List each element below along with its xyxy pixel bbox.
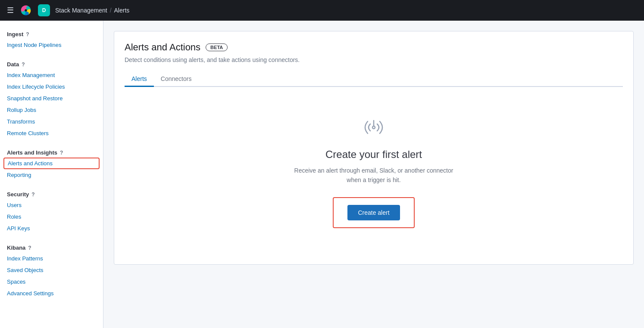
sidebar-item-alerts-and-actions[interactable]: Alerts and Actions [3, 158, 100, 169]
sidebar-section-label-data: Data [7, 61, 19, 68]
hamburger-menu-icon[interactable]: ☰ [7, 6, 14, 15]
elastic-logo [19, 3, 33, 17]
tab-alerts[interactable]: Alerts [125, 72, 154, 87]
sidebar-item-rollup-jobs[interactable]: Rollup Jobs [0, 104, 103, 116]
sidebar-section-alerts-insights: Alerts and Insights ? Alerts and Actions… [0, 146, 103, 181]
sidebar-item-index-lifecycle-policies[interactable]: Index Lifecycle Policies [0, 81, 103, 93]
help-icon-alerts-insights[interactable]: ? [60, 150, 63, 156]
help-icon-security[interactable]: ? [31, 192, 34, 198]
sidebar-section-header-security: Security ? [0, 188, 103, 199]
sidebar-item-transforms[interactable]: Transforms [0, 116, 103, 127]
breadcrumb: Stack Management / Alerts [55, 7, 129, 14]
sidebar-section-label-security: Security [7, 191, 29, 198]
sidebar-section-header-kibana: Kibana ? [0, 241, 103, 253]
sidebar-section-ingest: Ingest ? Ingest Node Pipelines [0, 28, 103, 51]
sidebar-item-index-patterns[interactable]: Index Patterns [0, 253, 103, 264]
breadcrumb-parent[interactable]: Stack Management [55, 7, 107, 14]
sidebar-item-snapshot-and-restore[interactable]: Snapshot and Restore [0, 93, 103, 104]
sidebar-item-reporting[interactable]: Reporting [0, 169, 103, 181]
tab-connectors[interactable]: Connectors [154, 72, 199, 87]
sidebar-section-kibana: Kibana ? Index Patterns Saved Objects Sp… [0, 241, 103, 299]
breadcrumb-separator: / [110, 7, 112, 14]
panel-subtitle: Detect conditions using alerts, and take… [125, 56, 623, 63]
help-icon-data[interactable]: ? [22, 62, 25, 68]
breadcrumb-current: Alerts [114, 7, 130, 14]
help-icon-ingest[interactable]: ? [26, 31, 29, 37]
page-layout: Ingest ? Ingest Node Pipelines Data ? In… [0, 21, 644, 328]
sidebar-item-remote-clusters[interactable]: Remote Clusters [0, 127, 103, 139]
sidebar-item-api-keys[interactable]: API Keys [0, 223, 103, 234]
sidebar-section-security: Security ? Users Roles API Keys [0, 188, 103, 234]
avatar[interactable]: D [38, 4, 50, 16]
create-alert-button[interactable]: Create alert [347, 205, 400, 220]
main-content: Alerts and Actions BETA Detect condition… [103, 21, 644, 328]
sidebar: Ingest ? Ingest Node Pipelines Data ? In… [0, 21, 103, 328]
content-panel: Alerts and Actions BETA Detect condition… [114, 31, 634, 265]
sidebar-item-roles[interactable]: Roles [0, 211, 103, 223]
sidebar-section-data: Data ? Index Management Index Lifecycle … [0, 58, 103, 139]
sidebar-section-label-alerts-insights: Alerts and Insights [7, 149, 57, 156]
help-icon-kibana[interactable]: ? [28, 245, 31, 251]
sidebar-section-header-alerts-insights: Alerts and Insights ? [0, 146, 103, 158]
sidebar-item-saved-objects[interactable]: Saved Objects [0, 264, 103, 276]
panel-header: Alerts and Actions BETA [125, 42, 623, 53]
sidebar-item-advanced-settings[interactable]: Advanced Settings [0, 288, 103, 299]
sidebar-section-label-ingest: Ingest [7, 31, 23, 37]
page-title: Alerts and Actions [125, 42, 200, 53]
beta-badge: BETA [206, 43, 228, 51]
sidebar-section-header-ingest: Ingest ? [0, 28, 103, 39]
tabs-container: Alerts Connectors [125, 72, 623, 87]
empty-state: Create your first alert Receive an alert… [125, 87, 623, 254]
top-navigation: ☰ D Stack Management / Alerts [0, 0, 644, 21]
create-alert-wrapper: Create alert [333, 197, 414, 228]
sidebar-item-users[interactable]: Users [0, 199, 103, 211]
empty-state-title: Create your first alert [325, 149, 422, 161]
sidebar-item-index-management[interactable]: Index Management [0, 69, 103, 81]
empty-state-description: Receive an alert through email, Slack, o… [288, 166, 460, 185]
sidebar-section-header-data: Data ? [0, 58, 103, 69]
sidebar-section-label-kibana: Kibana [7, 244, 25, 251]
sidebar-item-spaces[interactable]: Spaces [0, 276, 103, 288]
sidebar-item-ingest-node-pipelines[interactable]: Ingest Node Pipelines [0, 39, 103, 51]
signal-icon [361, 113, 387, 140]
